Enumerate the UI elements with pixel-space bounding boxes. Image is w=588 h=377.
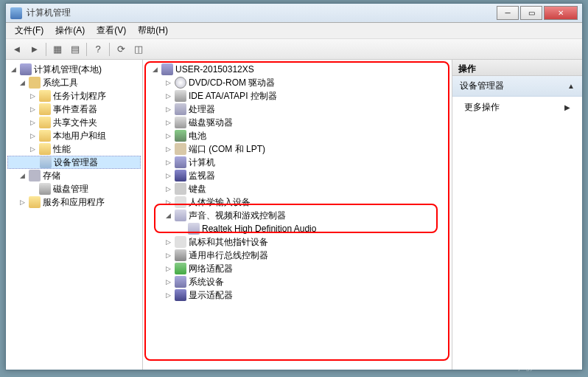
tree-device-manager[interactable]: ▷ 设备管理器: [7, 156, 141, 169]
tree-shared-folders[interactable]: ▷ 共享文件夹: [7, 116, 141, 129]
expander-icon[interactable]: ▷: [164, 264, 172, 273]
tree-root[interactable]: ◢ 计算机管理(本地): [7, 63, 141, 76]
maximize-button[interactable]: ▭: [520, 6, 542, 20]
help-button[interactable]: ?: [90, 41, 106, 58]
tree-label: 监视器: [189, 170, 215, 182]
device-hid[interactable]: ▷ 人体学输入设备: [144, 196, 450, 209]
expander-icon[interactable]: ▷: [28, 105, 37, 114]
expander-icon[interactable]: ◢: [18, 171, 27, 180]
expander-icon[interactable]: ▷: [28, 91, 37, 100]
scan-hardware-button[interactable]: ⟳: [113, 41, 129, 58]
expander-icon[interactable]: ▷: [164, 291, 172, 300]
device-sound-realtek[interactable]: ▷ Realtek High Definition Audio: [144, 222, 450, 235]
expander-icon[interactable]: ▷: [164, 158, 172, 167]
tree-label: 磁盘驱动器: [189, 117, 233, 129]
actions-header: 操作: [452, 60, 582, 76]
properties-button[interactable]: ▤: [67, 41, 83, 58]
menu-file[interactable]: 文件(F): [9, 23, 49, 38]
window-controls: ─ ▭ ✕: [495, 6, 578, 20]
device-cpu[interactable]: ▷ 处理器: [144, 103, 450, 116]
device-battery[interactable]: ▷ 电池: [144, 129, 450, 142]
tree-label: 磁盘管理: [53, 183, 88, 196]
event-viewer-icon: [39, 103, 51, 115]
expander-icon[interactable]: ◢: [150, 65, 159, 74]
close-button[interactable]: ✕: [544, 6, 578, 20]
device-ide[interactable]: ▷ IDE ATA/ATAPI 控制器: [144, 89, 450, 103]
expander-icon[interactable]: ▷: [164, 131, 172, 140]
expander-icon[interactable]: ◢: [18, 78, 27, 87]
tree-local-users[interactable]: ▷ 本地用户和组: [7, 129, 141, 142]
expander-icon[interactable]: ▷: [28, 145, 37, 153]
device-dvd[interactable]: ▷ DVD/CD-ROM 驱动器: [144, 76, 450, 89]
show-hide-tree-button[interactable]: ▦: [49, 41, 66, 58]
app-icon: [10, 7, 22, 19]
tree-label: 计算机: [189, 156, 215, 169]
device-usb[interactable]: ▷ 通用串行总线控制器: [144, 249, 450, 262]
performance-icon: [39, 143, 51, 155]
device-display[interactable]: ▷ 显示适配器: [144, 288, 450, 302]
device-disk-drives[interactable]: ▷ 磁盘驱动器: [144, 116, 450, 129]
separator: [86, 43, 87, 56]
device-network[interactable]: ▷ 网络适配器: [144, 262, 450, 275]
tree-task-scheduler[interactable]: ▷ 任务计划程序: [7, 89, 141, 103]
menu-view[interactable]: 查看(V): [91, 23, 132, 38]
tree-event-viewer[interactable]: ▷ 事件查看器: [7, 103, 141, 116]
services-icon: [29, 196, 41, 208]
device-sound[interactable]: ◢ 声音、视频和游戏控制器: [144, 209, 450, 222]
expander-icon[interactable]: ▷: [164, 105, 172, 114]
tree-label: 性能: [53, 143, 71, 156]
expander-icon[interactable]: ◢: [164, 211, 172, 220]
tree-label: 处理器: [189, 103, 215, 116]
device-mouse[interactable]: ▷ 鼠标和其他指针设备: [144, 235, 450, 249]
minimize-button[interactable]: ─: [497, 6, 519, 20]
device-computer[interactable]: ▷ 计算机: [144, 156, 450, 169]
tree-label: 共享文件夹: [53, 117, 97, 129]
expander-icon[interactable]: ▷: [164, 198, 172, 207]
system-devices-icon: [175, 276, 186, 288]
expander-icon[interactable]: ▷: [164, 251, 172, 260]
tree-system-tools[interactable]: ◢ 系统工具: [7, 76, 141, 89]
toolbar: ◄ ► ▦ ▤ ? ⟳ ◫: [6, 39, 582, 60]
expander-icon[interactable]: ▷: [164, 238, 172, 246]
expander-icon[interactable]: ▷: [28, 131, 37, 140]
device-ports[interactable]: ▷ 端口 (COM 和 LPT): [144, 142, 450, 156]
users-icon: [39, 130, 51, 142]
expander-icon[interactable]: ◢: [9, 65, 18, 74]
tree-label: 系统设备: [189, 276, 224, 288]
menu-action[interactable]: 操作(A): [49, 23, 91, 38]
action-more[interactable]: 更多操作 ▶: [452, 97, 582, 118]
disk-icon: [175, 117, 186, 128]
console-tree: ◢ 计算机管理(本地) ◢ 系统工具 ▷ 任务计划程序 ▷ 事件查看器 ▷: [6, 60, 143, 370]
expander-icon[interactable]: ▷: [164, 184, 172, 193]
device-keyboard[interactable]: ▷ 键盘: [144, 182, 450, 196]
actions-section-device-manager[interactable]: 设备管理器 ▲: [452, 76, 582, 97]
view-options-button[interactable]: ◫: [130, 41, 147, 58]
tree-performance[interactable]: ▷ 性能: [7, 142, 141, 156]
tree-label: 键盘: [189, 183, 206, 196]
expander-icon[interactable]: ▷: [18, 198, 27, 207]
storage-icon: [29, 170, 41, 181]
monitor-icon: [175, 170, 186, 181]
expander-icon[interactable]: ▷: [164, 277, 172, 286]
tree-label: 服务和应用程序: [43, 196, 105, 209]
tree-disk-management[interactable]: ▷ 磁盘管理: [7, 182, 141, 196]
menubar: 文件(F) 操作(A) 查看(V) 帮助(H): [6, 23, 582, 39]
device-tree-pane: ◢ USER-20150312XS ▷ DVD/CD-ROM 驱动器 ▷ IDE…: [143, 60, 452, 370]
tree-services-apps[interactable]: ▷ 服务和应用程序: [7, 196, 141, 209]
menu-help[interactable]: 帮助(H): [132, 23, 174, 38]
back-button[interactable]: ◄: [9, 41, 25, 58]
expander-icon[interactable]: ▷: [164, 78, 172, 87]
titlebar: 计算机管理 ─ ▭ ✕: [6, 4, 582, 23]
expander-icon[interactable]: ▷: [164, 91, 172, 100]
expander-icon[interactable]: ▷: [164, 145, 172, 153]
content-area: ◢ 计算机管理(本地) ◢ 系统工具 ▷ 任务计划程序 ▷ 事件查看器 ▷: [6, 60, 582, 370]
forward-button[interactable]: ►: [27, 41, 43, 58]
tree-label: 存储: [43, 170, 60, 182]
expander-icon[interactable]: ▷: [164, 171, 172, 180]
expander-icon[interactable]: ▷: [164, 118, 172, 127]
expander-icon[interactable]: ▷: [28, 118, 37, 127]
device-monitor[interactable]: ▷ 监视器: [144, 169, 450, 182]
device-system[interactable]: ▷ 系统设备: [144, 275, 450, 288]
device-root[interactable]: ◢ USER-20150312XS: [144, 63, 450, 76]
tree-storage[interactable]: ◢ 存储: [7, 169, 141, 182]
